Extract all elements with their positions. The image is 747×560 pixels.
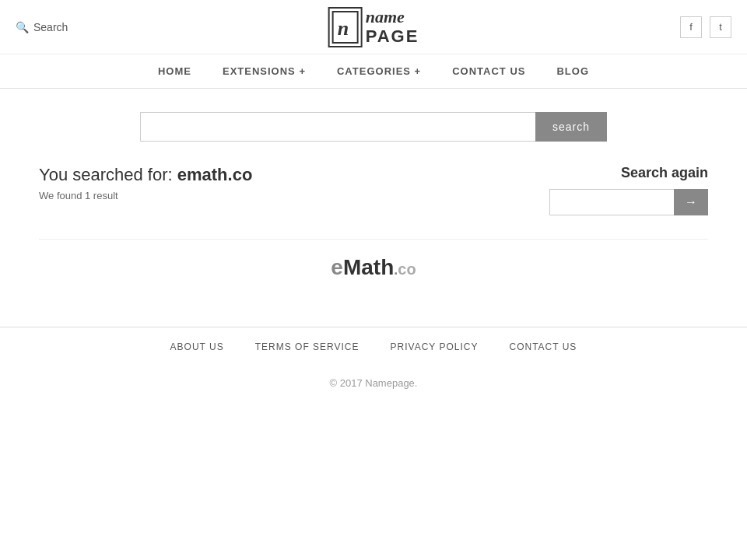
search-again-button[interactable]: → <box>674 189 708 215</box>
result-logo[interactable]: eMath.co <box>39 255 708 280</box>
footer-link-contact[interactable]: CONTACT US <box>509 341 577 352</box>
footer-link-about[interactable]: ABOUT US <box>170 341 224 352</box>
footer-link-terms[interactable]: TERMS OF SERVICE <box>255 341 359 352</box>
footer-link-privacy[interactable]: PRIVACY POLICY <box>391 341 479 352</box>
header: 🔍 Search n name PAGE f t <box>0 0 747 54</box>
nav-item-home[interactable]: HOME <box>158 65 191 77</box>
search-again: Search again → <box>549 165 708 215</box>
logo[interactable]: n name PAGE <box>328 7 419 47</box>
logo-text: name PAGE <box>366 8 419 45</box>
facebook-icon[interactable]: f <box>680 16 702 38</box>
logo-name-text: name <box>366 8 419 26</box>
search-icon: 🔍 <box>16 21 29 33</box>
results-section: You searched for: emath.co We found 1 re… <box>39 165 708 215</box>
header-search-trigger[interactable]: 🔍 Search <box>16 21 68 33</box>
nav-item-extensions[interactable]: EXTENSIONS + <box>223 65 306 77</box>
search-again-form: → <box>549 189 708 215</box>
logo-page-text: PAGE <box>366 27 419 46</box>
search-again-title: Search again <box>549 165 708 181</box>
footer-copyright: © 2017 Namepage. <box>0 366 747 404</box>
nav-item-categories[interactable]: CATEGORIES + <box>337 65 421 77</box>
social-icons: f t <box>680 16 731 38</box>
main-content: You searched for: emath.co We found 1 re… <box>23 165 724 327</box>
footer-links: ABOUT US TERMS OF SERVICE PRIVACY POLICY… <box>0 327 747 366</box>
results-left: You searched for: emath.co We found 1 re… <box>39 165 252 201</box>
nav-item-blog[interactable]: BLOG <box>556 65 589 77</box>
twitter-icon[interactable]: t <box>710 16 731 38</box>
result-item: eMath.co <box>39 239 708 296</box>
search-button[interactable]: search <box>535 112 607 142</box>
results-count: We found 1 result <box>39 190 252 201</box>
search-query-term: emath.co <box>177 165 253 184</box>
header-search-label: Search <box>33 21 68 33</box>
search-again-input[interactable] <box>549 189 674 215</box>
search-area: search <box>140 112 607 142</box>
logo-icon: n <box>328 7 363 47</box>
search-input[interactable] <box>140 112 535 142</box>
nav-item-contact[interactable]: CONTACT US <box>452 65 525 77</box>
search-query-heading: You searched for: emath.co <box>39 165 252 185</box>
main-nav: HOME EXTENSIONS + CATEGORIES + CONTACT U… <box>0 54 747 89</box>
svg-text:n: n <box>338 17 349 40</box>
